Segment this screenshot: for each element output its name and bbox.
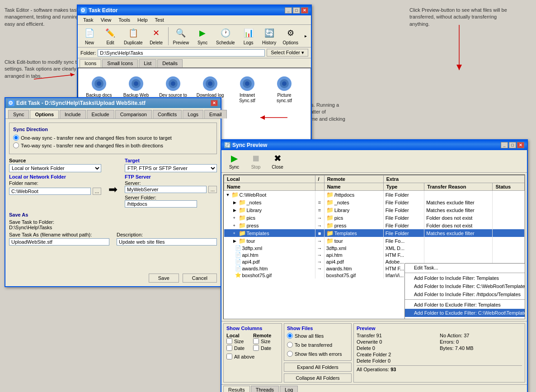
minimize-btn[interactable]: _ [285,7,292,14]
collapse-all-btn[interactable]: Collapse All Folders [284,373,352,383]
show-all-radio[interactable] [287,333,293,339]
tab-log[interactable]: Log [280,386,298,392]
description-input[interactable] [117,238,217,246]
tab-exclude[interactable]: Exclude [87,110,114,118]
table-row[interactable]: ▶📁 tour → 📁 tour File Fo... [224,237,525,245]
save-btn[interactable]: Save [149,274,179,283]
all-above-cb[interactable] [226,354,232,359]
tab-include[interactable]: Include [60,110,85,118]
cancel-btn[interactable]: Cancel [183,274,217,283]
ctx-include-1[interactable]: Add Folder to Include Filter: Templates [405,274,525,282]
folder-icon: 📁 [326,222,334,229]
tab-icons[interactable]: Icons [80,59,101,67]
task-item-5[interactable]: Picture sync.stf [268,73,301,111]
table-row[interactable]: 📄 3dftp.xml → 3dftp.xml XML D... [224,245,525,251]
table-row[interactable]: ▶📁 Library = 📁 Library File Folder Match… [224,206,525,214]
tab-results[interactable]: Results [223,386,250,392]
menu-help[interactable]: Help [134,16,151,24]
transfer-arrow-icon: ➡ [108,158,118,208]
tab-small-icons[interactable]: Small Icons [102,59,138,67]
ctx-include-2[interactable]: Add Folder to Include Filter: C:\WebRoot… [405,282,525,290]
radio-oneway[interactable] [13,135,19,141]
maximize-btn[interactable]: □ [293,7,300,14]
expand-icon[interactable]: ▶ [233,208,238,213]
tab-list[interactable]: List [139,59,156,67]
edit-task-close-btn[interactable]: ✕ [211,100,218,106]
file-icon: 📄 [235,245,241,251]
expand-icon[interactable]: + [233,216,238,220]
server-folder-input[interactable] [125,200,197,208]
source-type-select[interactable]: Local or Network Folder [9,164,101,172]
toolbar-more-btn[interactable]: ▸ [302,33,309,39]
expand-icon[interactable]: + [233,223,238,228]
table-row[interactable]: ▶📁 _notes = 📁 _notes File Folder Matches… [224,198,525,206]
close-btn[interactable]: ✕ [301,7,308,14]
ctx-edit-task[interactable]: Edit Task... [405,264,525,272]
file-table-container[interactable]: Local / Remote Extra Name Name Type Tran… [223,175,525,319]
main-toolbar: 📄 New ✏️ Edit 📋 Duplicate ✕ Delete 🔍 Pre… [78,25,311,47]
remote-date-cb[interactable] [253,345,259,351]
tab-details[interactable]: Details [157,59,183,67]
sp-minimize-btn[interactable]: _ [501,142,508,148]
edit-btn[interactable]: ✏️ Edit [100,26,120,46]
new-btn[interactable]: 📄 New [80,26,99,46]
col-status: Status [493,183,525,191]
sync-btn[interactable]: ▶ Sync [193,26,212,46]
target-type-select[interactable]: FTP, FTPS or SFTP Server [125,164,217,172]
expand-icon[interactable]: ▶ [233,239,238,243]
select-folder-btn[interactable]: Select Folder ▾ [267,49,308,57]
delete-btn[interactable]: ✕ Delete [146,26,166,46]
tab-sync[interactable]: Sync [8,110,29,118]
sp-close-btn[interactable]: ✕ [517,142,524,148]
task-editor-titlebar: ⚙ Task Editor _ □ ✕ [78,5,311,15]
task-item-4[interactable]: Intranet Sync.stf [231,73,263,111]
expand-icon[interactable]: + [233,231,238,236]
expand-icon[interactable]: ▼ [226,193,230,197]
sp-stop-btn[interactable]: ⏹ Stop [246,152,266,170]
tab-email[interactable]: Email [204,110,227,118]
source-folder-input[interactable] [9,188,91,195]
to-be-transferred-radio[interactable] [287,342,293,348]
local-date-cb[interactable] [226,345,232,351]
folder-path-input[interactable] [98,49,265,57]
sp-sync-btn[interactable]: ▶ Sync [224,152,244,170]
history-btn[interactable]: 🔄 History [259,26,279,46]
logs-label: Logs [244,40,254,45]
table-row[interactable]: +📁 Templates ■ 📁 Templates File Folder M… [224,229,525,237]
ctx-include-3[interactable]: Add Folder to Include Filter: /httpdocs/… [405,290,525,298]
radio-twoway[interactable] [13,142,19,148]
local-size-cb[interactable] [226,338,232,344]
menu-test[interactable]: Test [151,16,168,24]
logs-btn[interactable]: 📊 Logs [239,26,259,46]
tab-threads[interactable]: Threads [251,386,279,392]
source-browse-btn[interactable]: ... [93,188,101,195]
save-as-input[interactable] [9,238,109,246]
table-row[interactable]: +📁 pics → 📁 pics File Folder Folder does… [224,214,525,222]
sp-maximize-btn[interactable]: □ [509,142,516,148]
col-type: Type [383,183,424,191]
menu-tools[interactable]: Tools [115,16,134,24]
table-row[interactable]: +📁 press → 📁 press File Folder Folder do… [224,222,525,229]
ctx-exclude-3[interactable]: Add Folder to Exclude Filter: /httpdocs/… [405,317,525,319]
duplicate-btn[interactable]: 📋 Duplicate [121,26,146,46]
tab-conflicts[interactable]: Conflicts [153,110,182,118]
sp-close-action-btn[interactable]: ✖ Close [268,152,287,170]
remote-size-cb[interactable] [253,338,259,344]
expand-icon[interactable]: ▶ [233,200,238,205]
ctx-exclude-1[interactable]: Add Folder to Exclude Filter: Templates [405,301,525,309]
table-row[interactable]: ▼📁 C:\WebRoot 📁 /httpdocs File Folder [224,191,525,199]
options-btn[interactable]: ⚙ Options [280,26,301,46]
table-row[interactable]: 📄 api.htm → api.htm HTM F... [224,251,525,258]
schedule-btn[interactable]: 🕐 Schedule [213,26,238,46]
ctx-exclude-2[interactable]: Add Folder to Exclude Filter: C:\WebRoot… [405,309,525,317]
tab-options[interactable]: Options [30,110,59,118]
tab-comparison[interactable]: Comparison [115,110,152,118]
menu-view[interactable]: View [97,16,115,24]
show-errors-radio[interactable] [287,351,293,357]
server-browse-btn[interactable]: ... [208,186,217,193]
tab-logs[interactable]: Logs [183,110,203,118]
menu-task[interactable]: Task [80,16,97,24]
expand-all-btn[interactable]: Expand All Folders [284,363,352,372]
server-input[interactable] [125,186,207,193]
preview-btn[interactable]: 🔍 Preview [170,26,192,46]
